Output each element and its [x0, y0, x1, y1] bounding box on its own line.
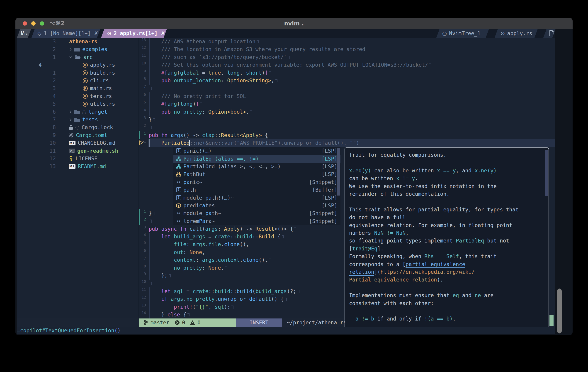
code-line-text: context: args.context.clone(),: [149, 256, 271, 264]
completion-item-3[interactable]: PathBuf[LSP]: [173, 170, 340, 178]
indent-guide: [162, 264, 162, 272]
popup-scrollbar[interactable]: [337, 148, 340, 196]
tree-line-number: 13: [36, 162, 56, 170]
completion-item-1[interactable]: PartialEq (alias ==, !=)[LSP]: [173, 155, 340, 162]
completion-label: PathBuf: [183, 171, 205, 177]
code-line[interactable]: /// AWS Athena output location: [139, 38, 555, 46]
tree-item-cli.rs[interactable]: 2Rcli.rs: [17, 77, 138, 85]
dotted-icon: ◌: [75, 123, 79, 131]
tree-item-Cargo.toml[interactable]: 9Cargo.toml: [17, 131, 138, 139]
indent-guide: [149, 311, 150, 319]
tabline-right-NvimTree_1[interactable]: ○NvimTree_1: [436, 29, 489, 38]
tree-item-label: examples: [82, 45, 107, 53]
doc-line: x.eq(y) can also be written x == y, and …: [349, 167, 497, 175]
tree-line-number: 10: [36, 139, 56, 147]
tree-item-src[interactable]: 1src: [17, 53, 138, 61]
tree-item-CHANGELOG.md[interactable]: 10M↓CHANGELOG.md: [17, 139, 138, 147]
line-number: 9: [126, 69, 146, 73]
doc-line: Trait for equality comparisons.: [349, 151, 446, 159]
tabline-right-apply.rs[interactable]: ⊙apply.rs: [495, 29, 538, 38]
code-line[interactable]: PartialEq::ne(&env::var("AWS_PROFILE").u…: [139, 139, 555, 147]
tree-item-gen-readme.sh[interactable]: 11>_gen-readme.sh: [17, 147, 138, 155]
eol-marker: [269, 71, 271, 75]
tab-buffer-2[interactable]: ⊙2 apply.rs[1+]✗: [101, 29, 167, 38]
code-line[interactable]: /// The location in Amazon S3 where your…: [139, 45, 555, 53]
code-line[interactable]: /// such as `s3://path/to/query/bucket/`: [139, 53, 555, 61]
code-line[interactable]: #[arg(global = true, long, short)]: [139, 69, 555, 77]
tree-item-README.md[interactable]: 13M↓README.md: [17, 162, 138, 170]
eol-marker: [225, 266, 227, 270]
tree-item-tera.rs[interactable]: 4Rtera.rs: [17, 92, 138, 100]
eol-marker: [285, 298, 287, 301]
code-line-text: }: [149, 116, 155, 124]
terminal-scrollbar[interactable]: [557, 288, 562, 333]
tree-item-main.rs[interactable]: 3Rmain.rs: [17, 84, 138, 92]
tree-item-build.rs[interactable]: 1Rbuild.rs: [17, 69, 138, 77]
eol-marker: [150, 219, 152, 223]
code-line[interactable]: /// Set this option via environment vari…: [139, 61, 555, 69]
tree-item-Cargo.lock[interactable]: 8◌Cargo.lock: [17, 123, 138, 131]
tree-item-apply.rs[interactable]: 4Rapply.rs: [17, 61, 138, 69]
doc-line: consistent with each other:: [349, 299, 434, 307]
doc-scrollbar[interactable]: [545, 150, 548, 196]
tree-item-athena-rs[interactable]: 3athena-rs: [17, 38, 138, 46]
completion-item-2[interactable]: PartialOrd (alias >, <, <=, >=)[LSP]: [173, 163, 340, 170]
code-line-text: [149, 123, 152, 131]
tabline-right-label: apply.rs: [507, 30, 532, 36]
code-line-text: no_pretty: None,: [149, 264, 227, 272]
completion-item-0[interactable]: ?panic!(…)~[LSP]: [173, 147, 340, 155]
code-line[interactable]: [139, 123, 555, 131]
completion-item-7[interactable]: predicates[LSP]: [173, 202, 340, 209]
macro-icon: ?: [176, 148, 181, 153]
tab-buffer-1[interactable]: ◇1 [No Name][1+]✗: [32, 29, 100, 38]
tree-line-number: 1: [36, 69, 56, 77]
tree-line-number: 7: [36, 116, 56, 124]
completion-label: panic!(…)~: [183, 148, 215, 154]
line-number: 5: [126, 100, 146, 104]
tree-item-examples[interactable]: 2examples: [17, 45, 138, 53]
tree-item-target[interactable]: 6◌target: [17, 108, 138, 116]
code-line[interactable]: pub output_location: Option<String>,: [139, 77, 555, 85]
completion-label: predicates: [183, 203, 215, 208]
doc-line: Formally speaking, when Rhs == Self, thi…: [349, 252, 497, 260]
tab-label: 1 [No Name][1+]: [44, 30, 91, 36]
completion-item-9[interactable]: ✂loremPara~[Snippet]: [173, 217, 340, 225]
code-line[interactable]: pub fn args() -> clap::Result<Apply> {: [139, 131, 555, 139]
code-line[interactable]: #[arg(long)]: [139, 100, 555, 108]
code-line[interactable]: pub no_pretty: Option<bool>,: [139, 108, 555, 116]
git-branch-name: master: [150, 320, 169, 326]
tab-close-icon[interactable]: ✗: [161, 30, 165, 36]
completion-item-6[interactable]: ?module_path!(…)~[LSP]: [173, 194, 340, 201]
command-line[interactable]: =copilot#TextQueuedForInsertion(): [17, 327, 555, 334]
sh-icon: >_: [69, 149, 75, 153]
line-number: 10: [126, 279, 146, 284]
completion-source-tag: [Snippet]: [309, 218, 337, 224]
code-line[interactable]: /// No pretty print for SQL: [139, 92, 555, 100]
tab-close-icon[interactable]: ✗: [94, 30, 98, 36]
tree-item-tests[interactable]: 7tests: [17, 116, 138, 124]
code-line[interactable]: }: [139, 116, 555, 124]
code-line[interactable]: [139, 84, 555, 92]
tree-line-number: 9: [36, 131, 56, 139]
tree-item-utils.rs[interactable]: 5Rutils.rs: [17, 100, 138, 108]
tree-line-number: 6: [36, 108, 56, 116]
code-line-text: } else {: [149, 311, 189, 319]
tabline-right-file-icon[interactable]: [543, 29, 556, 38]
completion-item-8[interactable]: ✂module_path~[Snippet]: [173, 209, 340, 217]
tree-item-label: LICENSE: [75, 155, 97, 163]
tree-line-number: 2: [36, 45, 56, 53]
tree-item-content: ◌Cargo.lock: [69, 123, 113, 131]
line-number: 12: [126, 295, 146, 299]
window-titlebar: ⌥⌘2 nvim .: [15, 18, 573, 29]
tree-item-LICENSE[interactable]: 12LICENSE: [17, 155, 138, 163]
lock-icon: [69, 125, 73, 130]
tab-label: 2 apply.rs[1+]: [114, 30, 158, 36]
macro-icon: ?: [176, 195, 181, 200]
completion-kind-icon-wrap: [175, 203, 182, 208]
doc-icon: [549, 30, 554, 36]
doc-line: equivalence relation. For example, in fl…: [349, 221, 512, 229]
completion-item-5[interactable]: ?path[Buffer]: [173, 186, 340, 194]
completion-item-4[interactable]: ✂panic~[Snippet]: [173, 178, 340, 186]
completion-label: PartialEq (alias ==, !=): [183, 156, 259, 162]
indent-guide: [149, 45, 150, 53]
